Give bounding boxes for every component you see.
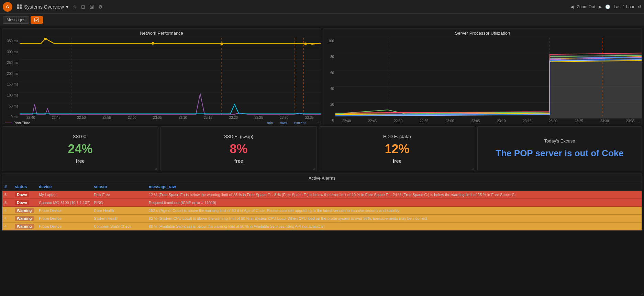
svg-point-21 bbox=[220, 43, 223, 45]
nav-left: G Systems Overview ▾ ☆ ⊡ 🖫 ⚙ bbox=[3, 2, 103, 12]
col-sensor[interactable]: sensor bbox=[94, 184, 149, 189]
cell-number: 4 bbox=[4, 216, 15, 220]
ssd-e-title: SSD E: (swap) bbox=[224, 134, 253, 139]
cell-number: 5 bbox=[4, 193, 15, 197]
star-icon[interactable]: ☆ bbox=[73, 4, 77, 10]
col-device[interactable]: device bbox=[39, 184, 94, 189]
cell-sensor: Disk Free bbox=[94, 193, 149, 197]
cell-sensor: PING bbox=[94, 201, 149, 205]
cell-message: 88 % (Available Services) is below the w… bbox=[149, 224, 640, 228]
messages-button[interactable]: Messages bbox=[3, 16, 29, 24]
zoom-out-right-icon[interactable]: ▶ bbox=[599, 4, 602, 9]
network-legend: Ping Time Loading time Response Time min bbox=[2, 120, 321, 124]
alarm-row-3: 4 Warning Probe Device System Health 82 … bbox=[2, 215, 642, 223]
network-panel: Network Performance 350 ms 300 ms 250 ms… bbox=[2, 28, 321, 124]
alarm-rows: 5 Down My Laptop Disk Free 12 % (Free Sp… bbox=[2, 191, 642, 230]
cell-status: Warning bbox=[15, 208, 39, 213]
toolbar: Messages bbox=[0, 14, 644, 26]
status-badge: Down bbox=[15, 192, 29, 197]
cell-device: Cannon MG-3100 (10.1.1.107) bbox=[39, 201, 94, 205]
cell-message: Request timed out (ICMP error # 11010) bbox=[149, 201, 640, 205]
share-icon[interactable]: ⊡ bbox=[81, 4, 85, 10]
zoom-out-button[interactable]: Zoom Out bbox=[577, 4, 595, 9]
cell-message: 152 d (Age of Code) is above the warning… bbox=[149, 208, 640, 213]
cell-number: 4 bbox=[4, 208, 15, 213]
cpu-resize-handle[interactable]: ⊿ bbox=[638, 121, 641, 123]
cell-device: Probe Device bbox=[39, 224, 94, 228]
cpu-panel: Server Processor Utilization 100 80 60 4… bbox=[323, 28, 642, 124]
alarms-section: Active Alarms # status device sensor mes… bbox=[2, 173, 642, 231]
col-number[interactable]: # bbox=[4, 184, 15, 189]
network-x-axis: 22:40 22:45 22:50 22:55 23:00 23:05 23:1… bbox=[20, 115, 321, 120]
status-badge: Warning bbox=[15, 224, 34, 229]
dashboard-title[interactable]: Systems Overview ▾ bbox=[16, 4, 68, 10]
excuse-title: Today's Excuse bbox=[482, 138, 637, 144]
network-y-axis: 350 ms 300 ms 250 ms 200 ms 150 ms 100 m… bbox=[2, 38, 20, 120]
cell-device: My Laptop bbox=[39, 193, 94, 197]
table-header: # status device sensor message_raw bbox=[2, 183, 642, 191]
alarm-row-1: 5 Down Cannon MG-3100 (10.1.1.107) PING … bbox=[2, 199, 642, 207]
svg-point-22 bbox=[304, 43, 307, 45]
ssd-e-resize[interactable]: ⊿ bbox=[313, 167, 316, 170]
cpu-y-axis: 100 80 60 40 20 0 bbox=[323, 38, 335, 124]
cell-status: Down bbox=[15, 200, 39, 205]
cell-status: Warning bbox=[15, 224, 39, 229]
cell-message: 82 % (System CPU Load) is above the warn… bbox=[149, 216, 640, 220]
alarm-row-2: 4 Warning Probe Device Core Health 152 d… bbox=[2, 207, 642, 215]
svg-rect-2 bbox=[17, 4, 19, 7]
svg-rect-3 bbox=[20, 4, 22, 7]
cpu-legend: Processor 5 Processor 4 Processor 6 Proc… bbox=[323, 124, 642, 124]
col-message[interactable]: message_raw bbox=[149, 184, 640, 189]
svg-rect-4 bbox=[17, 7, 19, 9]
zoom-out-left-icon[interactable]: ◀ bbox=[570, 4, 574, 9]
ssd-e-label: free bbox=[234, 158, 243, 164]
refresh-icon[interactable]: ↺ bbox=[638, 4, 641, 9]
cell-sensor: Common SaaS Check bbox=[94, 224, 149, 228]
cell-number: 5 bbox=[4, 201, 15, 205]
hdd-f-panel: HDD F: (data) 12% free ⊿ bbox=[319, 126, 475, 171]
svg-point-20 bbox=[152, 42, 154, 45]
grafana-logo[interactable]: G bbox=[3, 2, 12, 12]
network-stats: min max current 1 ms 108 ms 1 ms 288 ms … bbox=[260, 121, 318, 124]
ssd-e-panel: SSD E: (swap) 8% free ⊿ bbox=[160, 126, 317, 171]
col-status[interactable]: status bbox=[15, 184, 39, 189]
hdd-f-resize[interactable]: ⊿ bbox=[471, 167, 474, 170]
cell-sensor: System Health bbox=[94, 216, 149, 220]
top-nav: G Systems Overview ▾ ☆ ⊡ 🖫 ⚙ ◀ Zoom Out … bbox=[0, 0, 644, 14]
status-badge: Down bbox=[15, 200, 29, 205]
clock-icon: 🕐 bbox=[605, 4, 610, 9]
nav-right: ◀ Zoom Out ▶ 🕐 Last 1 hour ↺ bbox=[570, 4, 641, 9]
ssd-e-value: 8% bbox=[230, 142, 247, 156]
cell-sensor: Core Health bbox=[94, 208, 149, 213]
title-dropdown-icon: ▾ bbox=[66, 4, 68, 10]
main-content: Network Performance 350 ms 300 ms 250 ms… bbox=[0, 26, 644, 233]
save-icon[interactable]: 🖫 bbox=[89, 4, 94, 10]
top-row: Network Performance 350 ms 300 ms 250 ms… bbox=[2, 28, 642, 124]
cell-device: Probe Device bbox=[39, 216, 94, 220]
ssd-c-value: 24% bbox=[68, 142, 92, 156]
time-range[interactable]: Last 1 hour bbox=[614, 4, 634, 9]
excuse-text: The POP server is out of Coke bbox=[496, 148, 623, 159]
ssd-c-panel: SSD C: 24% free ⊿ bbox=[2, 126, 158, 171]
svg-rect-6 bbox=[35, 18, 39, 22]
ssd-c-resize[interactable]: ⊿ bbox=[155, 167, 157, 170]
alarms-title: Active Alarms bbox=[2, 173, 642, 183]
dashboard-title-text: Systems Overview bbox=[24, 4, 64, 10]
cpu-x-axis: 22:40 22:45 22:50 22:55 23:00 23:05 23:1… bbox=[335, 118, 642, 124]
settings-icon[interactable]: ⚙ bbox=[98, 4, 103, 10]
hdd-f-label: free bbox=[393, 158, 402, 164]
nav-icons: ☆ ⊡ 🖫 ⚙ bbox=[73, 4, 103, 10]
network-resize-handle[interactable]: ⊿ bbox=[317, 121, 320, 123]
hdd-f-title: HDD F: (data) bbox=[383, 134, 411, 139]
legend-ping: Ping Time bbox=[5, 121, 40, 124]
cell-message: 12 % (Free Space F:) is below the warnin… bbox=[149, 193, 640, 197]
alarm-row-0: 5 Down My Laptop Disk Free 12 % (Free Sp… bbox=[2, 191, 642, 199]
check-button[interactable] bbox=[31, 16, 43, 24]
cpu-panel-title: Server Processor Utilization bbox=[323, 29, 642, 38]
network-chart bbox=[20, 38, 321, 115]
cell-status: Warning bbox=[15, 216, 39, 221]
excuse-panel: Today's Excuse The POP server is out of … bbox=[477, 126, 642, 171]
svg-marker-32 bbox=[550, 54, 642, 118]
cell-status: Down bbox=[15, 192, 39, 197]
network-panel-title: Network Performance bbox=[2, 29, 321, 38]
